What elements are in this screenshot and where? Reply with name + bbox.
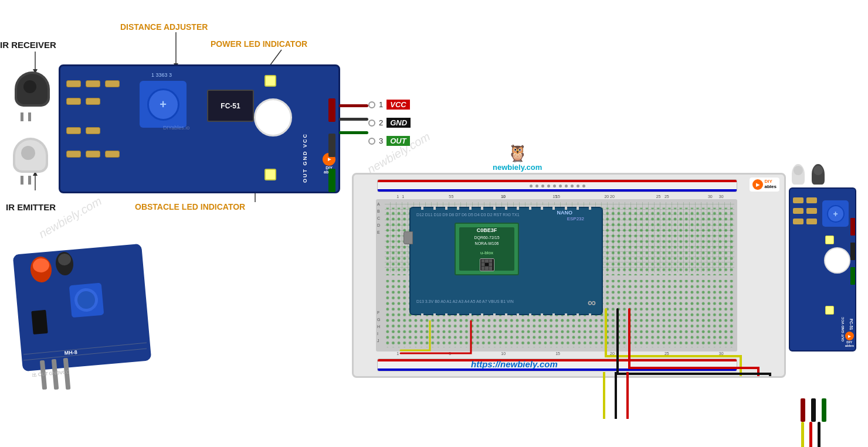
main-container: IR RECEIVER DISTANCE ADJUSTER POWER LED … — [0, 0, 868, 447]
label-obstacle-led: OBSTACLE LED INDICATOR — [135, 202, 245, 211]
label-ir-emitter: IR EMITTER — [6, 202, 56, 212]
esp232-label: ESP232 — [567, 216, 584, 221]
label-ir-receiver: IR RECEIVER — [0, 40, 56, 50]
wire-vcc-horizontal — [339, 104, 368, 107]
right-board-fc51: FC-51 — [849, 319, 853, 330]
fc51-chip: FC-51 — [207, 90, 254, 122]
pin-labels-top: D12 D11 D10 D9 D8 D7 D6 D5 D4 D3 D2 RST … — [416, 213, 520, 217]
svg-line-2 — [270, 50, 282, 66]
obstacle-led — [265, 169, 276, 180]
wire-out-horizontal — [339, 131, 368, 134]
row-labels-abcde: A B C D E — [377, 202, 380, 234]
column-numbers-bottom: 151015202530 — [384, 352, 736, 356]
newbiely-branding-top: 🦉 newbiely.com — [493, 144, 542, 172]
wire-red-right — [809, 422, 812, 447]
wire-black-right — [818, 422, 820, 447]
ir-receiver-component — [12, 71, 56, 115]
arduino-symbol: ∞ — [588, 296, 596, 309]
ir-emitter-component — [12, 138, 53, 179]
wire-yellow-right — [801, 422, 804, 447]
top-power-rail — [377, 179, 737, 192]
right-sensor-bottom-pins — [801, 398, 826, 422]
connector-pins — [328, 98, 335, 192]
url-label: https://newbiely.com — [471, 359, 558, 369]
right-sensor-leds — [792, 164, 825, 185]
bottom-wires — [352, 372, 798, 425]
right-sensor: + FC-51 OUT GND VCC ▶ DIY ables — [789, 164, 865, 428]
breadboard-section: 🦉 newbiely.com 🦉 newbiely.com ▶ DIYables — [352, 173, 798, 401]
breadboard: ▶ DIYables — [352, 173, 786, 378]
wire-gnd-horizontal — [339, 118, 368, 121]
label-distance-adjuster: DISTANCE ADJUSTER — [120, 22, 208, 32]
diy-logo-breadboard: ▶ DIYables — [750, 178, 779, 192]
right-board-out-gnd-vcc: OUT GND VCC — [841, 317, 845, 342]
right-sensor-board: + FC-51 OUT GND VCC ▶ DIY ables — [789, 187, 856, 352]
sensor-diagram: IR RECEIVER DISTANCE ADJUSTER POWER LED … — [0, 18, 364, 217]
svg-text:出 OUT GNDVCC: 出 OUT GNDVCC — [32, 369, 70, 378]
board-text-out-gnd-vcc: OUT GND VCC — [302, 133, 308, 183]
row-labels-fghij: F G H I J — [377, 310, 380, 343]
nano-label: NANO — [557, 210, 573, 216]
column-numbers-main: 151015202530 — [384, 195, 736, 199]
photo-sensor: 出 OUT GNDVCC MH-8 — [0, 226, 176, 413]
arduino-nano-esp32: C0BE3F DQR60-72/15 NORA-W106 u-blox — [409, 207, 603, 315]
label-power-led: POWER LED INDICATOR — [211, 39, 307, 49]
esp32-chip: C0BE3F DQR60-72/15 NORA-W106 u-blox — [455, 223, 519, 275]
svg-rect-18 — [31, 310, 48, 335]
board-brand-watermark: DIYables.io — [163, 125, 189, 131]
power-led — [265, 75, 276, 87]
pin-labels-bottom: D13 3.3V B0 A0 A1 A2 A3 A4 A5 A6 A7 VBUS… — [416, 299, 514, 303]
sensor-board: 1 3363 3 FC-51 OUT GND VCC ▶ — [59, 64, 340, 193]
pin-label-group: 1 VCC 2 GND 3 OUT — [368, 100, 411, 146]
potentiometer — [140, 81, 187, 128]
svg-text:MH-8: MH-8 — [64, 349, 77, 356]
